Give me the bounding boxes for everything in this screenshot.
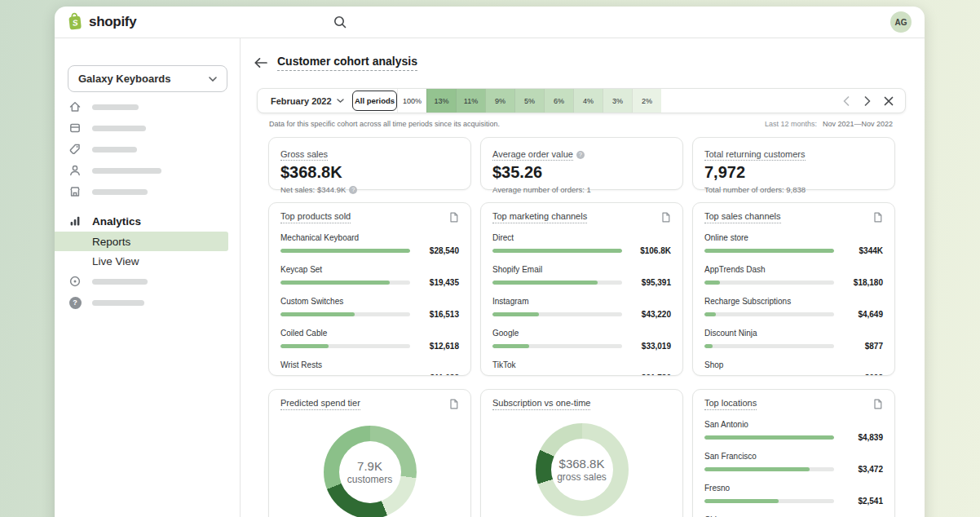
cohort-cell[interactable]: 9% xyxy=(485,89,514,113)
page-title: Customer cohort analysis xyxy=(277,55,417,71)
item-value: $16,513 xyxy=(418,310,459,319)
store-icon xyxy=(68,185,82,198)
sidebar-item-reports[interactable]: Reports xyxy=(55,232,228,251)
shopify-bag-icon: S xyxy=(65,11,85,33)
sidebar-item-marketing[interactable] xyxy=(55,271,240,292)
item-value: $33,019 xyxy=(630,342,671,351)
orders-icon xyxy=(68,122,82,135)
card-title: Top products sold xyxy=(280,211,351,223)
cohort-cell[interactable]: 13% xyxy=(426,89,456,113)
spend-tier-donut-chart: 7.9K customers xyxy=(324,426,417,517)
card-title: Top sales channels xyxy=(704,211,781,223)
metric-subtext: Total number of orders: 9,838 xyxy=(704,185,806,194)
item-value: $877 xyxy=(842,342,883,351)
document-icon[interactable] xyxy=(660,211,671,226)
donut-center-value: 7.9K xyxy=(357,459,382,473)
list-item: Coiled Cable$12,618 xyxy=(280,329,459,351)
cohort-cell[interactable]: 6% xyxy=(544,89,573,113)
sidebar-item-help[interactable] xyxy=(55,292,240,313)
metric-value: $35.26 xyxy=(492,163,671,182)
back-arrow-icon[interactable] xyxy=(253,55,269,71)
month-dropdown[interactable]: February 2022 xyxy=(258,96,350,106)
shopify-logo: S shopify xyxy=(65,11,136,33)
cohort-cells: 100%13%11%9%5%6%4%3%2% xyxy=(397,89,661,113)
item-bar xyxy=(492,249,622,253)
home-icon xyxy=(68,100,82,113)
document-icon[interactable] xyxy=(872,211,883,226)
sidebar-item-products[interactable] xyxy=(55,139,240,160)
locations-rows: San Antonio$4,839San Francisco$3,472Fres… xyxy=(704,420,883,517)
item-value: $106.8K xyxy=(630,246,671,255)
sidebar-item-analytics[interactable]: Analytics xyxy=(55,210,240,232)
list-card: Top products sold Mechanical Keyboard$28… xyxy=(268,202,471,376)
document-icon[interactable] xyxy=(448,398,459,413)
sidebar-item-home[interactable] xyxy=(55,96,240,117)
sidebar-item-live-view[interactable]: Live View xyxy=(55,251,240,271)
list-item: Direct$106.8K xyxy=(492,233,671,255)
cohort-cell[interactable]: 100% xyxy=(397,89,426,113)
item-label: Google xyxy=(492,329,671,338)
list-rows: Online store$344KAppTrends Dash$18,180Re… xyxy=(704,233,883,376)
sidebar-item-label: Reports xyxy=(92,236,130,248)
chevron-down-icon xyxy=(209,77,217,82)
sidebar-item-store[interactable] xyxy=(55,181,240,202)
cohort-cell[interactable]: 4% xyxy=(573,89,603,113)
lists-row: Top products sold Mechanical Keyboard$28… xyxy=(268,202,895,376)
subscription-donut-chart: $368.8K gross sales xyxy=(536,423,629,516)
metric-subtext: Net sales: $344.9K xyxy=(280,185,346,194)
top-locations-card: Top locations San Antonio$4,839San Franc… xyxy=(692,389,895,517)
metric-card-returning-customers: Total returning customers 7,972 Total nu… xyxy=(692,137,895,190)
cohort-cell[interactable]: 5% xyxy=(514,89,544,113)
item-bar xyxy=(492,344,622,348)
sidebar-nav: Analytics Reports Live View xyxy=(55,96,240,313)
skeleton-text xyxy=(92,126,146,131)
sidebar-item-customers[interactable] xyxy=(55,160,240,181)
customers-icon xyxy=(68,164,82,177)
document-icon[interactable] xyxy=(872,398,883,413)
cohort-cell[interactable]: 2% xyxy=(632,89,661,113)
cohort-cell[interactable]: 3% xyxy=(603,89,632,113)
chevron-left-icon[interactable] xyxy=(840,95,853,108)
item-label: Fresno xyxy=(704,484,883,493)
cohort-cell[interactable]: 11% xyxy=(456,89,485,113)
close-icon[interactable] xyxy=(882,95,895,108)
help-icon xyxy=(68,296,82,309)
document-icon[interactable] xyxy=(448,211,459,226)
item-bar xyxy=(704,435,834,440)
item-label: Recharge Subscriptions xyxy=(704,297,883,306)
skeleton-text xyxy=(92,279,148,285)
item-bar xyxy=(492,281,622,285)
bottom-row: Predicted spend tier 7.9K customers Subs… xyxy=(268,389,895,517)
all-periods-button[interactable]: All periods xyxy=(352,91,397,111)
card-title: Top locations xyxy=(704,398,757,410)
item-label: Mechanical Keyboard xyxy=(280,233,459,242)
search-icon[interactable] xyxy=(333,15,347,29)
chevron-right-icon[interactable] xyxy=(861,95,874,108)
item-bar xyxy=(704,467,834,471)
donut-center-value: $368.8K xyxy=(559,457,605,471)
item-bar xyxy=(704,344,834,348)
item-bar xyxy=(704,312,834,316)
card-title: Predicted spend tier xyxy=(280,398,360,410)
item-label: Discount Ninja xyxy=(704,329,883,338)
item-value: $2,541 xyxy=(842,497,883,506)
month-dropdown-label: February 2022 xyxy=(271,96,332,106)
avatar[interactable]: AG xyxy=(890,11,912,33)
item-value: $344K xyxy=(842,246,883,255)
info-icon[interactable] xyxy=(349,186,357,194)
sidebar-item-label: Live View xyxy=(92,255,139,267)
metric-label: Average order value xyxy=(492,149,573,161)
list-item: Google$33,019 xyxy=(492,329,671,351)
item-bar xyxy=(704,281,834,285)
item-value: $4,649 xyxy=(842,310,883,319)
list-item: Discount Ninja$877 xyxy=(704,329,883,351)
list-item: Online store$344K xyxy=(704,233,883,255)
info-icon[interactable] xyxy=(576,151,585,159)
analytics-icon xyxy=(68,214,82,228)
metric-label: Gross sales xyxy=(280,149,328,161)
sidebar-item-orders[interactable] xyxy=(55,117,240,139)
item-bar xyxy=(704,249,834,253)
store-selector[interactable]: Galaxy Keyboards xyxy=(68,65,227,92)
item-label: Coiled Cable xyxy=(280,329,459,338)
item-value: $3,472 xyxy=(842,465,883,474)
